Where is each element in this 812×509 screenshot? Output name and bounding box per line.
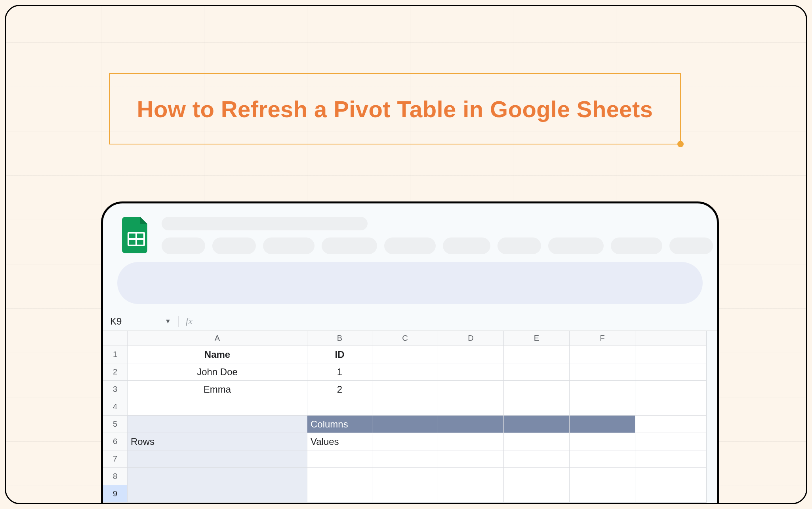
cell[interactable] (635, 433, 707, 450)
cell[interactable] (570, 468, 635, 485)
cell[interactable] (635, 381, 707, 398)
sheet-row: Name ID (128, 346, 717, 363)
column-header[interactable]: F (570, 331, 635, 346)
sheet-row: Columns (128, 416, 717, 433)
cell[interactable] (438, 468, 504, 485)
sheet-row: John Doe 1 (128, 363, 717, 381)
cell[interactable] (307, 485, 372, 503)
column-header[interactable]: D (438, 331, 504, 346)
cell[interactable] (372, 381, 438, 398)
row-header[interactable]: 2 (103, 363, 128, 381)
pivot-columns-label[interactable]: Columns (307, 416, 372, 433)
pivot-cell[interactable] (128, 450, 307, 468)
cell[interactable] (570, 485, 635, 503)
pivot-rows-label[interactable]: Rows (128, 433, 307, 450)
cell[interactable] (372, 433, 438, 450)
cell[interactable] (438, 485, 504, 503)
cell[interactable] (372, 450, 438, 468)
pivot-values-label[interactable]: Values (307, 433, 372, 450)
row-header[interactable]: 9 (103, 485, 128, 503)
cell[interactable] (372, 485, 438, 503)
select-all-corner[interactable] (103, 331, 128, 346)
cell[interactable] (372, 363, 438, 381)
cell[interactable] (635, 363, 707, 381)
cell[interactable] (504, 485, 570, 503)
cell[interactable]: Emma (128, 381, 307, 398)
cell[interactable] (307, 450, 372, 468)
cell[interactable] (635, 398, 707, 416)
row-header[interactable]: 6 (103, 433, 128, 450)
cell[interactable] (504, 363, 570, 381)
row-header[interactable]: 1 (103, 346, 128, 363)
cell[interactable] (570, 346, 635, 363)
cell[interactable] (504, 398, 570, 416)
sheet-row: Emma 2 (128, 381, 717, 398)
cell[interactable] (307, 468, 372, 485)
column-header[interactable]: A (128, 331, 307, 346)
google-sheets-icon (122, 217, 151, 253)
outer-card: How to Refresh a Pivot Table in Google S… (5, 5, 807, 504)
cell[interactable] (372, 346, 438, 363)
cell[interactable] (372, 468, 438, 485)
cell[interactable] (504, 450, 570, 468)
cell[interactable] (635, 346, 707, 363)
row-header[interactable]: 5 (103, 416, 128, 433)
google-sheets-window: K9 ▼ fx 1 2 3 4 5 6 7 8 9 A B (101, 201, 719, 504)
pivot-cell[interactable] (128, 468, 307, 485)
menu-skeleton (263, 237, 315, 254)
cell[interactable] (570, 381, 635, 398)
cell[interactable] (438, 363, 504, 381)
cell[interactable] (570, 433, 635, 450)
row-header[interactable]: 7 (103, 450, 128, 468)
menu-skeleton (611, 237, 662, 254)
cell[interactable]: 1 (307, 363, 372, 381)
cell[interactable] (504, 433, 570, 450)
cell[interactable] (635, 416, 707, 433)
cell[interactable] (504, 468, 570, 485)
fx-icon: fx (186, 316, 193, 327)
cell[interactable] (438, 398, 504, 416)
column-header[interactable] (635, 331, 707, 346)
pivot-cell[interactable] (504, 416, 570, 433)
name-box[interactable]: K9 (110, 316, 158, 327)
cell[interactable] (438, 450, 504, 468)
cell[interactable] (307, 398, 372, 416)
cell[interactable]: ID (307, 346, 372, 363)
cell[interactable] (438, 381, 504, 398)
cell[interactable] (570, 363, 635, 381)
column-header[interactable]: C (372, 331, 438, 346)
sheet-body: A B C D E F Name ID (128, 331, 717, 503)
row-header[interactable]: 3 (103, 381, 128, 398)
cell[interactable]: John Doe (128, 363, 307, 381)
cell[interactable] (570, 450, 635, 468)
selection-handle-icon[interactable] (677, 141, 684, 147)
row-header[interactable]: 8 (103, 468, 128, 485)
column-header[interactable]: E (504, 331, 570, 346)
row-header[interactable]: 4 (103, 398, 128, 416)
cell[interactable]: 2 (307, 381, 372, 398)
sheet-row (128, 398, 717, 416)
menu-skeleton (322, 237, 377, 254)
cell[interactable] (372, 398, 438, 416)
pivot-cell[interactable] (128, 416, 307, 433)
name-box-dropdown-icon[interactable]: ▼ (165, 318, 171, 325)
pivot-cell[interactable] (372, 416, 438, 433)
pivot-cell[interactable] (438, 416, 504, 433)
cell[interactable] (128, 398, 307, 416)
cell[interactable]: Name (128, 346, 307, 363)
pivot-cell[interactable] (570, 416, 635, 433)
menu-skeleton (669, 237, 713, 254)
cell[interactable] (504, 346, 570, 363)
cell[interactable] (504, 381, 570, 398)
cell[interactable] (635, 468, 707, 485)
cell[interactable] (570, 398, 635, 416)
menu-skeleton (548, 237, 604, 254)
pivot-cell[interactable] (128, 485, 307, 503)
cell[interactable] (438, 433, 504, 450)
cell[interactable] (635, 450, 707, 468)
cell[interactable] (635, 485, 707, 503)
column-header[interactable]: B (307, 331, 372, 346)
cell[interactable] (438, 346, 504, 363)
title-cell[interactable]: How to Refresh a Pivot Table in Google S… (109, 73, 681, 144)
menu-skeleton (443, 237, 490, 254)
